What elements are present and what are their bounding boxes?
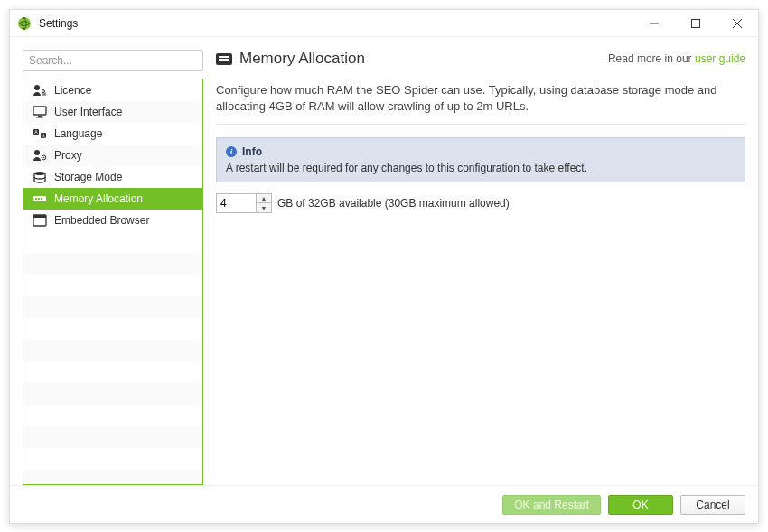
svg-rect-4 [33,107,46,115]
svg-point-3 [42,89,45,92]
info-box: i Info A restart will be required for an… [216,137,745,182]
nav-item-licence[interactable]: Licence [23,79,202,101]
nav-item-embedded-browser[interactable]: Embedded Browser [23,210,202,231]
memory-suffix-label: GB of 32GB available (30GB maximum allow… [277,197,510,210]
nav-item-memory-allocation[interactable]: Memory Allocation [23,188,202,210]
spinner-up-button[interactable]: ▲ [257,194,271,203]
settings-window: Settings Licence [9,9,759,524]
svg-point-2 [34,85,40,90]
browser-icon [33,213,47,228]
memory-allocation-panel: Memory Allocation Read more in our user … [216,50,745,485]
memory-icon [216,53,232,65]
svg-point-14 [34,172,45,175]
nav-label: Memory Allocation [54,192,143,205]
help-text: Read more in our user guide [608,52,745,65]
nav-label: Language [54,127,102,140]
person-gear-icon [33,148,47,163]
info-icon: i [226,146,237,157]
page-title: Memory Allocation [239,50,365,68]
titlebar: Settings [10,10,758,37]
nav-item-language[interactable]: A文 Language [23,123,202,145]
svg-point-13 [43,156,45,158]
svg-rect-20 [33,215,46,218]
svg-rect-6 [36,117,43,117]
user-guide-link[interactable]: user guide [695,52,745,65]
nav-label: Storage Mode [54,171,122,183]
memory-spinner: ▲ ▼ [216,193,272,213]
ok-button[interactable]: OK [608,495,673,515]
person-key-icon [33,83,47,98]
storage-icon [33,170,47,184]
nav-label: Proxy [54,149,82,162]
sidebar: Licence User Interface A文 Language [23,50,203,485]
svg-point-11 [34,150,40,155]
info-heading: Info [242,145,262,158]
search-input[interactable] [23,50,203,71]
nav-empty-area [23,231,202,484]
memory-icon [33,191,47,206]
monitor-icon [33,105,47,119]
svg-point-0 [18,17,31,30]
nav-label: User Interface [54,106,122,118]
page-description: Configure how much RAM the SEO Spider ca… [216,82,745,125]
svg-rect-18 [41,198,42,200]
close-button[interactable] [716,10,758,37]
window-title: Settings [39,17,78,30]
svg-rect-1 [692,19,700,27]
svg-rect-17 [38,198,40,200]
ok-and-restart-button[interactable]: OK and Restart [502,495,601,515]
memory-value-input[interactable] [216,193,256,213]
nav-item-user-interface[interactable]: User Interface [23,101,202,123]
nav-label: Embedded Browser [54,214,149,227]
svg-rect-16 [35,198,37,200]
nav-item-proxy[interactable]: Proxy [23,145,202,166]
info-body: A restart will be required for any chang… [226,162,735,174]
svg-text:文: 文 [42,133,46,138]
language-icon: A文 [33,126,47,141]
dialog-footer: OK and Restart OK Cancel [10,485,758,523]
settings-nav: Licence User Interface A文 Language [23,79,203,485]
svg-rect-5 [38,116,42,117]
minimize-button[interactable] [633,10,675,37]
nav-item-storage-mode[interactable]: Storage Mode [23,166,202,188]
app-icon [17,16,32,31]
memory-input-row: ▲ ▼ GB of 32GB available (30GB maximum a… [216,193,745,213]
cancel-button[interactable]: Cancel [680,495,745,515]
nav-label: Licence [54,84,91,97]
maximize-button[interactable] [675,10,716,37]
spinner-down-button[interactable]: ▼ [257,203,271,212]
